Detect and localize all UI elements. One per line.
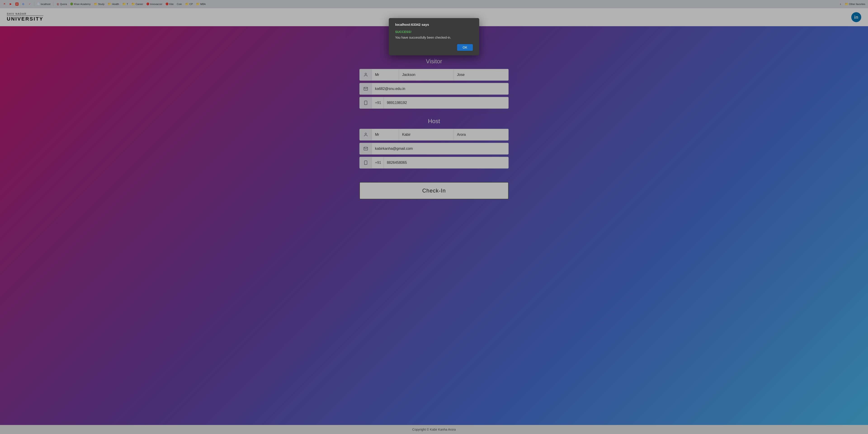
dialog-title: localhost:63342 says [395, 23, 473, 27]
ok-button[interactable]: OK [457, 44, 473, 51]
success-text: SUCCESS! [395, 30, 473, 34]
dialog-footer: OK [395, 44, 473, 51]
dialog-message: You have successfully been checked-in. [395, 36, 451, 39]
dialog-body: SUCCESS! You have successfully been chec… [395, 30, 473, 40]
dialog-box: localhost:63342 says SUCCESS! You have s… [389, 18, 479, 55]
dialog-overlay: localhost:63342 says SUCCESS! You have s… [0, 0, 868, 434]
